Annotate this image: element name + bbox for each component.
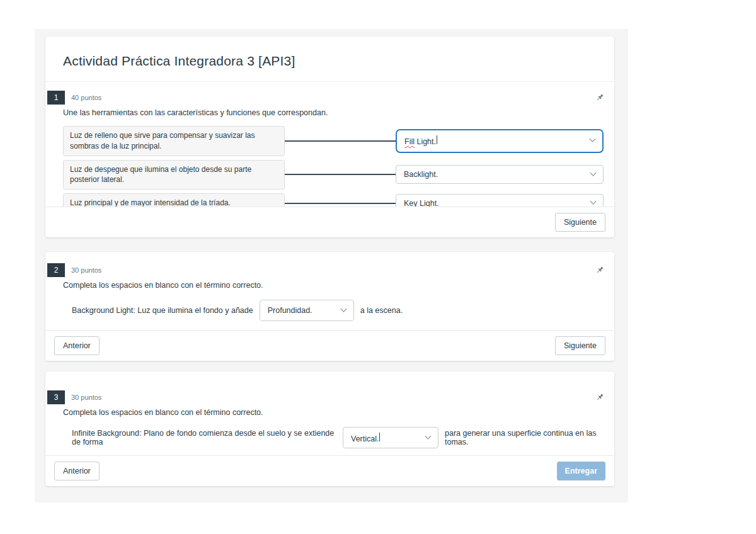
text-cursor xyxy=(379,433,380,441)
blank-answer-dropdown[interactable]: Profundidad. xyxy=(260,300,354,321)
pin-icon[interactable] xyxy=(594,93,604,103)
question-2-header: 2 30 puntos xyxy=(45,263,614,277)
fill-in-blank-row: Infinite Background: Plano de fondo comi… xyxy=(72,427,604,448)
blank-answer-value: Vertical. xyxy=(351,433,380,443)
question-3-header: 3 30 puntos xyxy=(45,390,614,404)
match-stem: Luz de despegue que ilumina el objeto de… xyxy=(63,160,285,190)
match-row: Luz de despegue que ilumina el objeto de… xyxy=(63,160,604,190)
question-prompt: Completa los espacios en blanco con el t… xyxy=(63,281,604,290)
quiz-page: Actividad Práctica Integradora 3 [API3] … xyxy=(0,0,756,534)
question-points: 40 puntos xyxy=(71,94,101,101)
fill-in-blank-row: Background Light: Luz que ilumina el fon… xyxy=(72,300,604,321)
question-2-footer: Anterior Siguiente xyxy=(45,330,614,361)
answer-text: Vertical. xyxy=(351,435,379,443)
answer-rest: Light. xyxy=(415,137,436,146)
question-card-3: 3 30 puntos Completa los espacios en bla… xyxy=(45,372,614,486)
next-button[interactable]: Siguiente xyxy=(555,336,605,355)
previous-button[interactable]: Anterior xyxy=(54,336,100,355)
question-card-2: 2 30 puntos Completa los espacios en bla… xyxy=(45,252,614,361)
chevron-down-icon xyxy=(340,305,346,312)
match-answer-value: Backlight. xyxy=(404,170,438,179)
blank-answer-dropdown[interactable]: Vertical. xyxy=(343,427,438,448)
question-card-1: Actividad Práctica Integradora 3 [API3] … xyxy=(45,37,614,237)
question-points: 30 puntos xyxy=(71,266,101,274)
chevron-down-icon xyxy=(425,433,432,439)
quiz-title-row: Actividad Práctica Integradora 3 [API3] xyxy=(45,37,614,82)
question-points: 30 puntos xyxy=(71,394,101,401)
sentence-after: para generar una superficie continua en … xyxy=(445,429,604,446)
question-prompt: Une las herramientas con las característ… xyxy=(63,108,604,117)
question-number-badge: 1 xyxy=(47,91,65,105)
sentence-before: Background Light: Luz que ilumina el fon… xyxy=(72,306,253,315)
match-stem: Luz de relleno que sirve para compensar … xyxy=(63,126,285,156)
sentence-before: Infinite Background: Plano de fondo comi… xyxy=(72,429,336,446)
misspelled-word: Fill xyxy=(404,137,415,146)
match-connector-line xyxy=(285,140,396,142)
question-3-body: Completa los espacios en blanco con el t… xyxy=(45,408,614,448)
submit-button[interactable]: Entregar xyxy=(557,462,605,480)
previous-button[interactable]: Anterior xyxy=(54,462,100,480)
question-number-badge: 2 xyxy=(47,263,65,277)
sentence-after: a la escena. xyxy=(360,306,403,315)
match-connector-line xyxy=(285,203,396,204)
question-1-footer: Siguiente xyxy=(45,207,614,237)
text-cursor xyxy=(437,135,437,144)
blank-answer-value: Profundidad. xyxy=(268,306,312,315)
chevron-down-icon xyxy=(590,198,597,205)
pin-icon[interactable] xyxy=(594,265,604,275)
next-button[interactable]: Siguiente xyxy=(555,213,605,232)
match-connector-line xyxy=(285,174,396,175)
pin-icon[interactable] xyxy=(594,392,604,402)
match-answer-value: Fill Light. xyxy=(404,135,437,146)
question-prompt: Completa los espacios en blanco con el t… xyxy=(63,408,604,417)
page-title: Actividad Práctica Integradora 3 [API3] xyxy=(63,54,597,69)
chevron-down-icon xyxy=(590,170,597,176)
question-3-footer: Anterior Entregar xyxy=(45,455,614,486)
question-number-badge: 3 xyxy=(47,390,65,404)
match-answer-dropdown[interactable]: Fill Light. xyxy=(396,129,604,153)
question-1-header: 1 40 puntos xyxy=(45,91,614,105)
match-answer-dropdown[interactable]: Backlight. xyxy=(396,165,604,184)
match-row: Luz de relleno que sirve para compensar … xyxy=(63,126,604,156)
question-2-body: Completa los espacios en blanco con el t… xyxy=(45,281,614,321)
chevron-down-icon xyxy=(590,136,596,142)
question-1-body: Une las herramientas con las característ… xyxy=(45,108,614,213)
